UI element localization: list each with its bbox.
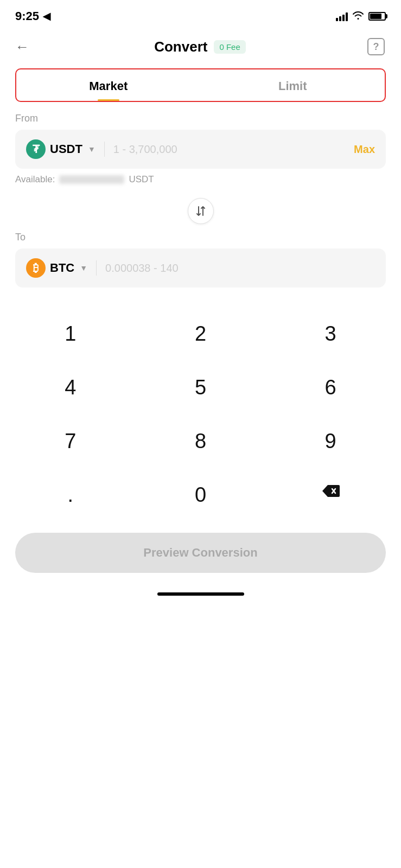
to-currency-selector[interactable]: ₿ BTC ▼ [26,258,87,278]
key-8[interactable]: 8 [136,417,266,466]
wifi-icon [352,10,364,23]
key-0[interactable]: 0 [136,470,266,520]
swap-button-container [0,198,401,224]
to-amount-display: 0.000038 - 140 [105,262,375,275]
delete-icon [321,484,340,498]
to-label: To [0,232,401,243]
from-chevron-icon: ▼ [88,145,96,154]
battery-icon [368,12,386,21]
back-arrow-icon: ← [15,39,29,55]
numpad-row-4: . 0 [5,470,396,520]
divider [104,142,105,157]
key-decimal[interactable]: . [5,470,136,520]
help-icon: ? [367,38,385,55]
tab-market[interactable]: Market [16,69,201,101]
status-time: 9:25 ◀ [15,9,50,23]
numpad: 1 2 3 4 5 6 7 8 9 . 0 [0,309,401,520]
key-9[interactable]: 9 [265,417,396,466]
key-delete[interactable] [265,470,396,520]
status-bar: 9:25 ◀ [0,0,401,29]
key-2[interactable]: 2 [136,309,266,359]
to-currency-row: ₿ BTC ▼ 0.000038 - 140 [15,248,386,288]
status-icons [336,10,386,23]
page-title: Convert [154,39,207,55]
available-label: Available: [15,174,55,185]
fee-badge: 0 Fee [214,40,245,54]
available-row: Available: USDT [0,169,401,190]
btc-icon: ₿ [26,258,46,278]
numpad-row-2: 4 5 6 [5,363,396,412]
from-label: From [0,113,401,124]
numpad-row-1: 1 2 3 [5,309,396,359]
from-currency-selector[interactable]: ₮ USDT ▼ [26,139,96,159]
back-button[interactable]: ← [11,34,34,60]
numpad-row-3: 7 8 9 [5,417,396,466]
swap-button[interactable] [188,198,214,224]
from-amount-input[interactable]: 1 - 3,700,000 [113,143,347,156]
to-chevron-icon: ▼ [80,264,87,272]
key-1[interactable]: 1 [5,309,136,359]
home-bar [157,592,244,596]
header: ← Convert 0 Fee ? [0,29,401,64]
location-icon: ◀ [43,10,50,22]
key-3[interactable]: 3 [265,309,396,359]
usdt-icon: ₮ [26,139,46,159]
to-divider [96,260,97,276]
key-5[interactable]: 5 [136,363,266,412]
max-button[interactable]: Max [354,143,375,156]
swap-icon [195,205,207,217]
preview-conversion-button[interactable]: Preview Conversion [15,533,386,573]
tab-switcher: Market Limit [15,68,386,102]
header-center: Convert 0 Fee [154,39,246,55]
available-currency: USDT [129,174,154,185]
tab-limit[interactable]: Limit [201,69,385,101]
available-amount-blurred [59,175,124,184]
to-currency-name: BTC [50,261,74,275]
home-indicator [0,584,401,601]
signal-icon [336,11,348,21]
from-currency-row: ₮ USDT ▼ 1 - 3,700,000 Max [15,130,386,169]
from-currency-name: USDT [50,142,82,156]
tab-active-indicator [98,99,119,101]
key-4[interactable]: 4 [5,363,136,412]
key-7[interactable]: 7 [5,417,136,466]
time-display: 9:25 [15,9,39,23]
help-button[interactable]: ? [366,37,386,56]
key-6[interactable]: 6 [265,363,396,412]
